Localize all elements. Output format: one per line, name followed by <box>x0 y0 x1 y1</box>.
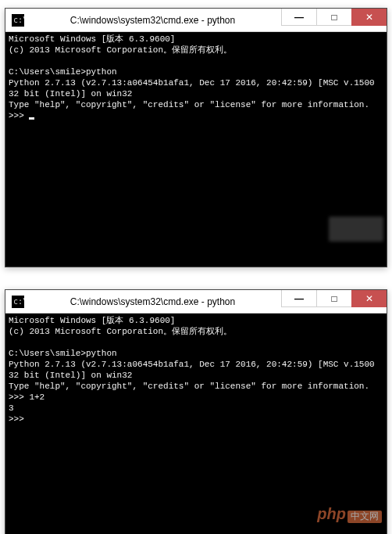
cmd-icon: c:\ <box>12 14 24 27</box>
window-title: C:\windows\system32\cmd.exe - python <box>30 296 281 307</box>
titlebar[interactable]: c:\ C:\windows\system32\cmd.exe - python… <box>5 290 387 314</box>
terminal-line: (c) 2013 Microsoft Corporation。保留所有权利。 <box>9 45 232 55</box>
terminal-output[interactable]: Microsoft Windows [版本 6.3.9600] (c) 2013… <box>5 314 387 534</box>
terminal-output[interactable]: Microsoft Windows [版本 6.3.9600] (c) 2013… <box>5 32 387 267</box>
minimize-button[interactable]: — <box>281 9 316 26</box>
titlebar[interactable]: c:\ C:\windows\system32\cmd.exe - python… <box>5 9 387 32</box>
terminal-line: Microsoft Windows [版本 6.3.9600] <box>9 316 175 325</box>
watermark-php: php中文网 <box>287 497 382 534</box>
terminal-line: >>> 1+2 <box>9 392 45 402</box>
watermark-blur <box>329 195 383 263</box>
svg-text:c:\: c:\ <box>13 16 24 24</box>
terminal-line: (c) 2013 Microsoft Corporation。保留所有权利。 <box>9 327 232 336</box>
terminal-prompt: >>> <box>9 111 29 120</box>
terminal-line: Type "help", "copyright", "credits" or "… <box>9 100 369 109</box>
terminal-line: Microsoft Windows [版本 6.3.9600] <box>9 34 175 44</box>
cmd-window-1: c:\ C:\windows\system32\cmd.exe - python… <box>5 8 387 267</box>
maximize-button[interactable]: □ <box>316 9 351 26</box>
terminal-prompt: >>> <box>9 414 24 424</box>
svg-text:c:\: c:\ <box>13 297 24 306</box>
window-title: C:\windows\system32\cmd.exe - python <box>30 15 281 26</box>
close-button[interactable]: ✕ <box>351 290 387 307</box>
terminal-line: 3 <box>9 403 14 413</box>
terminal-line: C:\Users\smile>python <box>9 67 117 77</box>
minimize-button[interactable]: — <box>281 290 316 307</box>
terminal-line: Python 2.7.13 (v2.7.13:a06454b1afa1, Dec… <box>9 360 380 380</box>
terminal-line: C:\Users\smile>python <box>9 349 117 358</box>
window-controls: — □ ✕ <box>281 290 387 313</box>
terminal-line: Python 2.7.13 (v2.7.13:a06454b1afa1, Dec… <box>9 78 380 99</box>
watermark-text: php <box>317 505 346 522</box>
cursor-icon <box>29 117 34 120</box>
maximize-button[interactable]: □ <box>316 290 351 307</box>
cmd-icon: c:\ <box>12 296 24 308</box>
watermark-suffix: 中文网 <box>347 511 382 523</box>
window-controls: — □ ✕ <box>281 9 387 31</box>
terminal-line: Type "help", "copyright", "credits" or "… <box>9 382 369 391</box>
cmd-window-2: c:\ C:\windows\system32\cmd.exe - python… <box>5 289 387 534</box>
close-button[interactable]: ✕ <box>351 9 387 26</box>
